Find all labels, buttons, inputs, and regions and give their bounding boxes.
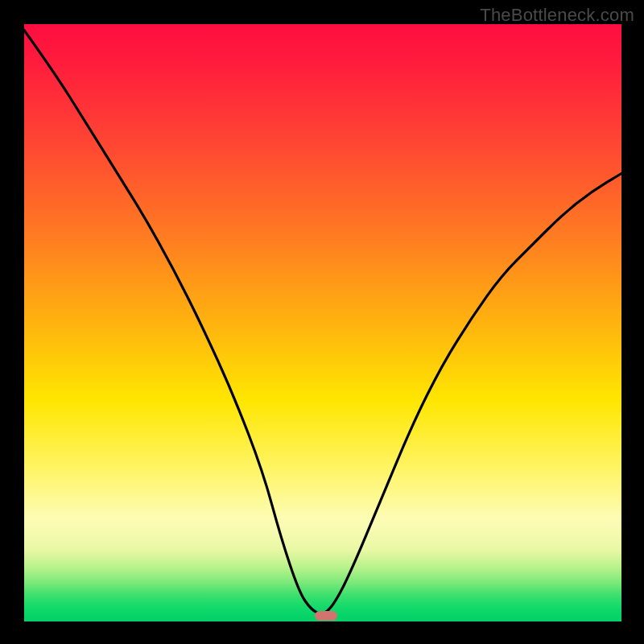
optimal-marker xyxy=(315,611,337,621)
plot-area xyxy=(24,24,621,621)
chart-frame: TheBottleneck.com xyxy=(0,0,644,644)
watermark-text: TheBottleneck.com xyxy=(480,5,634,26)
bottleneck-curve xyxy=(24,24,621,621)
